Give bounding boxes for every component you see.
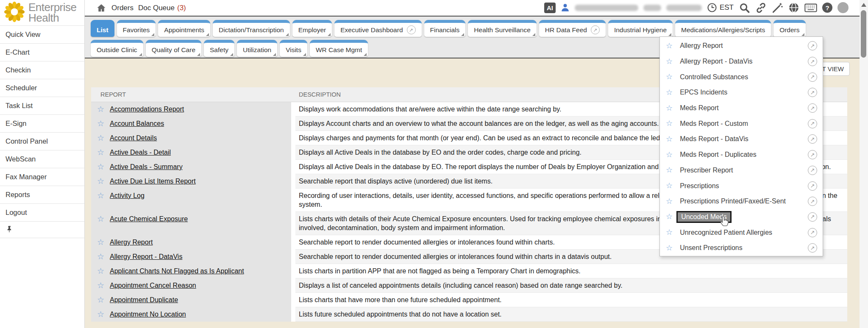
- favorite-star-icon[interactable]: ☆: [666, 72, 673, 81]
- sidebar-item-reports[interactable]: Reports: [0, 186, 84, 203]
- open-in-new-icon[interactable]: ↗: [808, 197, 817, 206]
- sidebar-item-task-list[interactable]: Task List: [0, 97, 84, 114]
- favorite-star-icon[interactable]: ☆: [97, 214, 104, 223]
- menu-item-meds-report-duplicates[interactable]: ☆Meds Report - Duplicates↗: [660, 147, 823, 163]
- tab-industrial-hygiene[interactable]: Industrial Hygiene: [608, 20, 673, 37]
- column-header-report[interactable]: REPORT: [91, 91, 291, 98]
- external-link-icon[interactable]: ↗: [407, 25, 416, 34]
- favorite-star-icon[interactable]: ☆: [666, 57, 673, 66]
- menu-item-prescriber-report[interactable]: ☆Prescriber Report↗: [660, 163, 823, 178]
- vertical-scrollbar[interactable]: [860, 0, 868, 328]
- open-in-new-icon[interactable]: ↗: [808, 166, 817, 175]
- report-link[interactable]: Active Deals - Summary: [110, 162, 183, 171]
- globe-icon[interactable]: [788, 2, 799, 13]
- sidebar-item-webscan[interactable]: WebScan: [0, 150, 84, 168]
- report-link[interactable]: Allergy Report - DataVis: [110, 252, 182, 261]
- favorite-star-icon[interactable]: ☆: [666, 135, 673, 144]
- report-link[interactable]: Appointment Cancel Reason: [110, 281, 196, 290]
- favorite-star-icon[interactable]: ☆: [97, 177, 104, 186]
- report-link[interactable]: Account Balances: [110, 119, 164, 128]
- wand-icon[interactable]: [772, 2, 783, 14]
- report-link[interactable]: Acute Chemical Exposure: [110, 214, 188, 223]
- menu-item-unsent-prescriptions[interactable]: ☆Unsent Prescriptions↗: [660, 240, 823, 256]
- sidebar-item-quick-view[interactable]: Quick View: [0, 25, 84, 43]
- open-in-new-icon[interactable]: ↗: [808, 134, 817, 144]
- search-icon[interactable]: [739, 2, 750, 14]
- menu-item-allergy-report-datavis[interactable]: ☆Allergy Report - DataVis↗: [660, 54, 823, 69]
- sidebar-pin-row[interactable]: [0, 221, 84, 238]
- favorite-star-icon[interactable]: ☆: [97, 267, 104, 275]
- report-link[interactable]: Applicant Charts Not Flagged as Is Appli…: [110, 267, 244, 275]
- home-icon[interactable]: [96, 3, 107, 13]
- sidebar-item-logout[interactable]: Logout: [0, 203, 84, 221]
- ai-badge[interactable]: AI: [544, 3, 556, 13]
- tab-utilization[interactable]: Utilization: [237, 40, 277, 57]
- tab-wr-case-mgmt[interactable]: WR Case Mgmt: [310, 40, 368, 57]
- favorite-star-icon[interactable]: ☆: [97, 133, 104, 142]
- menu-item-meds-report-custom[interactable]: ☆Meds Report - Custom↗: [660, 116, 823, 131]
- favorite-star-icon[interactable]: ☆: [97, 281, 104, 290]
- favorite-star-icon[interactable]: ☆: [97, 238, 104, 247]
- tab-medications-allergies-scripts[interactable]: Medications/Allergies/Scripts: [675, 20, 771, 37]
- sidebar-item-e-sign[interactable]: E-Sign: [0, 114, 84, 132]
- open-in-new-icon[interactable]: ↗: [808, 103, 817, 113]
- tab-outside-clinic[interactable]: Outside Clinic: [91, 40, 143, 57]
- menu-item-prescriptions-printed-faxed-e-sent[interactable]: ☆Prescriptions Printed/Faxed/E-Sent↗: [660, 194, 823, 209]
- breadcrumb-orders[interactable]: Orders: [111, 4, 134, 12]
- report-link[interactable]: Appointment Duplicate: [110, 295, 178, 304]
- favorite-star-icon[interactable]: ☆: [666, 197, 673, 206]
- menu-item-epcs-incidents[interactable]: ☆EPCS Incidents↗: [660, 85, 823, 100]
- open-in-new-icon[interactable]: ↗: [808, 150, 817, 159]
- tab-health-surveillance[interactable]: Health Surveillance: [468, 20, 537, 37]
- report-link[interactable]: Activity Log: [110, 191, 145, 200]
- tab-orders[interactable]: Orders: [773, 20, 805, 37]
- favorite-star-icon[interactable]: ☆: [666, 104, 673, 113]
- report-link[interactable]: Account Details: [110, 133, 157, 142]
- favorite-star-icon[interactable]: ☆: [666, 166, 673, 175]
- open-in-new-icon[interactable]: ↗: [808, 72, 817, 82]
- menu-item-unrecognized-patient-allergies[interactable]: ☆Unrecognized Patient Allergies↗: [660, 225, 823, 240]
- favorite-star-icon[interactable]: ☆: [666, 42, 673, 50]
- menu-item-meds-report-datavis[interactable]: ☆Meds Report - DataVis↗: [660, 131, 823, 147]
- tab-financials[interactable]: Financials: [424, 20, 466, 37]
- tab-employer[interactable]: Employer: [292, 20, 332, 37]
- sidebar-item-e-chart[interactable]: E-Chart: [0, 43, 84, 61]
- open-in-new-icon[interactable]: ↗: [808, 88, 817, 97]
- link-icon[interactable]: [755, 2, 767, 14]
- favorite-star-icon[interactable]: ☆: [666, 244, 673, 253]
- tab-quality-of-care[interactable]: Quality of Care: [146, 40, 201, 57]
- keyboard-icon[interactable]: [804, 3, 817, 12]
- open-in-new-icon[interactable]: ↗: [808, 228, 817, 237]
- open-in-new-icon[interactable]: ↗: [808, 41, 817, 50]
- menu-item-prescriptions[interactable]: ☆Prescriptions↗: [660, 178, 823, 194]
- favorite-star-icon[interactable]: ☆: [97, 105, 104, 114]
- breadcrumb-doc-queue[interactable]: Doc Queue: [138, 4, 175, 12]
- tab-dictation-transcription[interactable]: Dictation/Transcription: [213, 20, 290, 37]
- clock-icon[interactable]: [707, 3, 717, 13]
- tab-favorites[interactable]: Favorites: [117, 20, 156, 37]
- tab-safety[interactable]: Safety: [204, 40, 234, 57]
- favorite-star-icon[interactable]: ☆: [97, 162, 104, 171]
- report-link[interactable]: Appointment No Location: [110, 310, 186, 319]
- column-header-description[interactable]: DESCRIPTION: [291, 91, 341, 98]
- report-link[interactable]: Active Due List Items Report: [110, 177, 196, 186]
- open-in-new-icon[interactable]: ↗: [808, 181, 817, 191]
- external-link-icon[interactable]: ↗: [591, 25, 600, 34]
- sidebar-item-fax-manager[interactable]: Fax Manager: [0, 168, 84, 186]
- tab-visits[interactable]: Visits: [280, 40, 307, 57]
- menu-item-allergy-report[interactable]: ☆Allergy Report↗: [660, 38, 823, 54]
- tab-executive-dashboard[interactable]: Executive Dashboard↗: [334, 20, 421, 37]
- scroll-up-arrow-icon[interactable]: [861, 3, 866, 7]
- menu-item-meds-report[interactable]: ☆Meds Report↗: [660, 100, 823, 116]
- favorite-star-icon[interactable]: ☆: [97, 310, 104, 319]
- favorite-star-icon[interactable]: ☆: [97, 148, 104, 157]
- favorite-star-icon[interactable]: ☆: [97, 119, 104, 128]
- tab-hr-data-feed[interactable]: HR Data Feed↗: [539, 20, 606, 37]
- favorite-star-icon[interactable]: ☆: [666, 212, 673, 221]
- open-in-new-icon[interactable]: ↗: [808, 212, 817, 222]
- tab-appointments[interactable]: Appointments: [158, 20, 210, 37]
- open-in-new-icon[interactable]: ↗: [808, 57, 817, 66]
- favorite-star-icon[interactable]: ☆: [666, 150, 673, 159]
- favorite-star-icon[interactable]: ☆: [666, 181, 673, 190]
- avatar[interactable]: [837, 2, 849, 13]
